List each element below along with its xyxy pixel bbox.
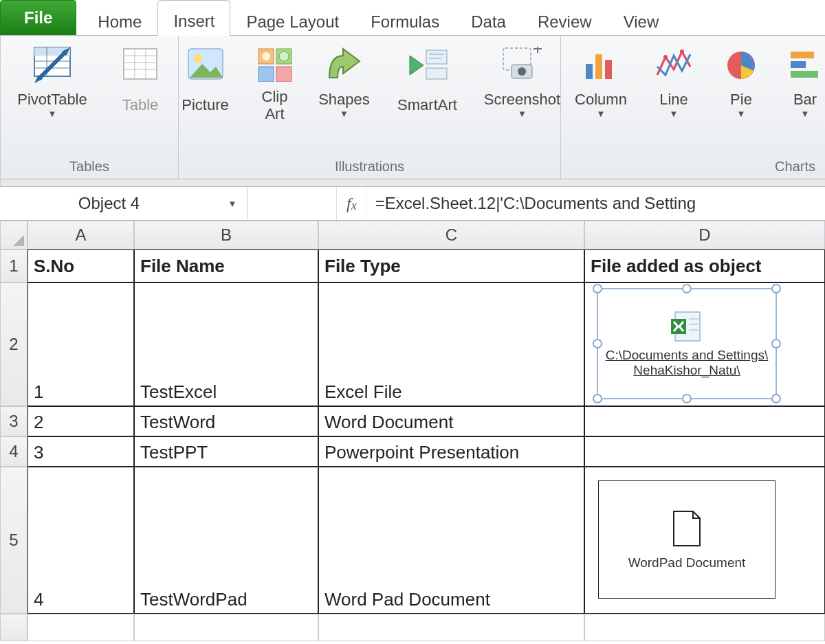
formula-input[interactable]: =Excel.Sheet.12|'C:\Documents and Settin… xyxy=(367,187,825,220)
embedded-object-excel[interactable]: C:\Documents and Settings\ NehaKishor_Na… xyxy=(597,288,777,399)
embedded-wordpad-caption: WordPad Document xyxy=(628,555,746,570)
col-header-b[interactable]: B xyxy=(134,221,318,249)
shapes-icon xyxy=(325,43,364,87)
tab-file[interactable]: File xyxy=(0,0,76,36)
pivot-table-icon xyxy=(33,43,72,87)
line-chart-button[interactable]: Line▼ xyxy=(646,40,701,124)
cell-a5[interactable]: 4 xyxy=(28,467,134,614)
cell-d4[interactable] xyxy=(584,436,825,467)
tables-group-label: Tables xyxy=(69,155,109,179)
svg-point-18 xyxy=(279,52,289,61)
row-header-3[interactable]: 3 xyxy=(0,406,28,436)
table-button[interactable]: Table xyxy=(109,40,171,124)
shapes-label: Shapes xyxy=(318,91,370,108)
cell-c3[interactable]: Word Document xyxy=(318,406,584,436)
col-header-a[interactable]: A xyxy=(28,221,134,249)
cell-c5[interactable]: Word Pad Document xyxy=(318,467,584,614)
cell-a2[interactable]: 1 xyxy=(28,282,134,406)
pie-chart-icon xyxy=(723,43,759,87)
cell-b4[interactable]: TestPPT xyxy=(134,436,318,467)
picture-button[interactable]: Picture xyxy=(173,40,239,124)
pivot-table-label: PivotTable xyxy=(17,91,87,108)
cell-a4[interactable]: 3 xyxy=(28,436,134,467)
pie-chart-label: Pie xyxy=(730,91,752,108)
dropdown-arrow-icon: ▼ xyxy=(48,109,57,120)
fx-label[interactable]: fx xyxy=(337,187,367,220)
clip-art-button[interactable]: ClipArt xyxy=(251,40,299,124)
row-header-2[interactable]: 2 xyxy=(0,282,28,406)
screenshot-button[interactable]: Screenshot▼ xyxy=(478,40,567,124)
formula-bar: Object 4 ▼ fx =Excel.Sheet.12|'C:\Docume… xyxy=(0,186,825,221)
cell-b2[interactable]: TestExcel xyxy=(134,282,318,406)
clip-art-icon xyxy=(257,43,293,87)
smartart-label: SmartArt xyxy=(397,96,457,113)
cell-b3[interactable]: TestWord xyxy=(134,406,318,436)
tab-review[interactable]: Review xyxy=(522,0,608,36)
row-header-4[interactable]: 4 xyxy=(0,436,28,467)
select-all-corner[interactable] xyxy=(0,221,28,249)
tab-home[interactable]: Home xyxy=(82,0,157,36)
screenshot-label: Screenshot xyxy=(484,91,560,108)
svg-rect-36 xyxy=(791,52,814,58)
bar-chart-label: Bar xyxy=(793,91,817,108)
cell-a3[interactable]: 2 xyxy=(28,406,134,436)
cell-b6[interactable] xyxy=(134,614,318,641)
name-box-value: Object 4 xyxy=(7,194,211,213)
cell-c2[interactable]: Excel File xyxy=(318,282,584,406)
tab-data[interactable]: Data xyxy=(455,0,522,36)
cell-a6[interactable] xyxy=(28,614,134,641)
cell-d1[interactable]: File added as object xyxy=(584,249,825,282)
tab-insert[interactable]: Insert xyxy=(157,0,230,36)
cell-d6[interactable] xyxy=(584,614,825,641)
svg-rect-37 xyxy=(791,61,806,68)
row-header-1[interactable]: 1 xyxy=(0,249,28,282)
smartart-button[interactable]: SmartArt xyxy=(390,40,465,124)
shapes-button[interactable]: Shapes▼ xyxy=(311,40,377,124)
column-chart-button[interactable]: Column▼ xyxy=(568,40,634,124)
picture-label: Picture xyxy=(182,96,228,113)
col-header-c[interactable]: C xyxy=(318,221,584,249)
col-header-d[interactable]: D xyxy=(584,221,825,249)
tab-view[interactable]: View xyxy=(608,0,675,36)
smartart-icon xyxy=(407,43,448,87)
cell-a1[interactable]: S.No xyxy=(28,249,134,282)
dropdown-arrow-icon: ▼ xyxy=(670,109,679,120)
svg-point-34 xyxy=(680,49,684,54)
screenshot-icon xyxy=(502,43,543,87)
line-chart-label: Line xyxy=(659,91,688,108)
row-header-6[interactable] xyxy=(0,614,28,641)
pie-chart-button[interactable]: Pie▼ xyxy=(714,40,769,124)
dropdown-arrow-icon: ▼ xyxy=(518,109,527,120)
row-header-5[interactable]: 5 xyxy=(0,467,28,614)
svg-rect-29 xyxy=(537,47,538,53)
cell-b1[interactable]: File Name xyxy=(134,249,318,282)
tab-page-layout[interactable]: Page Layout xyxy=(230,0,355,36)
charts-group-label: Charts xyxy=(775,155,825,179)
ribbon-body: PivotTable▼ Table Tables xyxy=(0,35,825,179)
svg-point-16 xyxy=(262,52,270,60)
table-label: Table xyxy=(122,96,159,113)
embedded-object-wordpad[interactable]: WordPad Document xyxy=(598,480,776,599)
cell-c4[interactable]: Powerpoint Presentation xyxy=(318,436,584,467)
bar-chart-icon xyxy=(789,43,821,87)
clip-art-label-1: Clip xyxy=(262,88,288,105)
dropdown-arrow-icon: ▼ xyxy=(597,109,606,120)
dropdown-arrow-icon: ▼ xyxy=(737,109,746,120)
cell-c1[interactable]: File Type xyxy=(318,249,584,282)
cell-d3[interactable] xyxy=(584,406,825,436)
name-box-dropdown-icon[interactable]: ▼ xyxy=(225,196,240,211)
clip-art-label-2: Art xyxy=(265,105,284,122)
excel-file-icon xyxy=(668,309,705,344)
cell-b5[interactable]: TestWordPad xyxy=(134,467,318,614)
name-box[interactable]: Object 4 ▼ xyxy=(0,187,248,220)
pivot-table-button[interactable]: PivotTable▼ xyxy=(8,40,97,124)
svg-rect-38 xyxy=(791,71,818,78)
bar-chart-button[interactable]: Bar▼ xyxy=(781,40,825,124)
column-chart-label: Column xyxy=(575,91,627,108)
tab-formulas[interactable]: Formulas xyxy=(355,0,455,36)
svg-rect-32 xyxy=(605,60,612,79)
table-icon xyxy=(122,43,158,87)
svg-rect-19 xyxy=(258,67,274,82)
cell-c6[interactable] xyxy=(318,614,584,641)
svg-rect-21 xyxy=(426,50,447,64)
